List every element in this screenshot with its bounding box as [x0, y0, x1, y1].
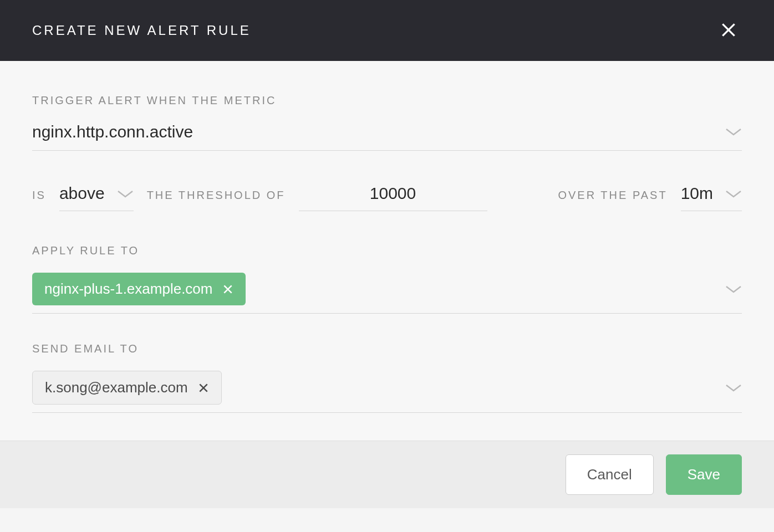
chevron-down-icon — [725, 127, 742, 137]
metric-label: TRIGGER ALERT WHEN THE METRIC — [32, 94, 742, 107]
duration-value: 10m — [681, 184, 713, 203]
create-alert-modal: CREATE NEW ALERT RULE TRIGGER ALERT WHEN… — [0, 0, 774, 508]
threshold-input[interactable] — [299, 184, 487, 211]
duration-select[interactable]: 10m — [681, 184, 742, 211]
chevron-down-icon — [725, 284, 742, 294]
apply-rule-label: APPLY RULE TO — [32, 244, 742, 257]
condition-row: IS above THE THRESHOLD OF OVER THE PAST … — [32, 184, 742, 211]
close-icon — [222, 284, 233, 295]
is-label: IS — [32, 189, 46, 202]
apply-rule-tag-text: nginx-plus-1.example.com — [44, 280, 212, 298]
send-email-label: SEND EMAIL TO — [32, 342, 742, 355]
apply-rule-select[interactable]: nginx-plus-1.example.com — [32, 273, 742, 314]
operator-select[interactable]: above — [59, 184, 134, 211]
close-button[interactable] — [715, 17, 742, 45]
email-select[interactable]: k.song@example.com — [32, 371, 742, 413]
chevron-down-icon — [725, 383, 742, 393]
apply-rule-tag-remove[interactable] — [222, 284, 233, 295]
chevron-down-icon — [725, 189, 742, 199]
cancel-button[interactable]: Cancel — [566, 454, 654, 495]
apply-rule-tag: nginx-plus-1.example.com — [32, 273, 246, 305]
modal-title: CREATE NEW ALERT RULE — [32, 23, 251, 38]
chevron-down-icon — [117, 189, 134, 199]
metric-value: nginx.http.conn.active — [32, 122, 193, 141]
threshold-label: THE THRESHOLD OF — [147, 189, 286, 202]
email-tag-text: k.song@example.com — [45, 379, 188, 396]
modal-header: CREATE NEW ALERT RULE — [0, 0, 774, 61]
over-past-label: OVER THE PAST — [558, 189, 667, 202]
close-icon — [198, 382, 209, 393]
operator-value: above — [59, 184, 105, 203]
save-button[interactable]: Save — [666, 454, 742, 495]
close-icon — [720, 21, 737, 39]
metric-select[interactable]: nginx.http.conn.active — [32, 122, 742, 151]
email-tag: k.song@example.com — [32, 371, 222, 405]
modal-body: TRIGGER ALERT WHEN THE METRIC nginx.http… — [0, 61, 774, 441]
modal-footer: Cancel Save — [0, 441, 774, 508]
email-tag-remove[interactable] — [198, 382, 209, 393]
